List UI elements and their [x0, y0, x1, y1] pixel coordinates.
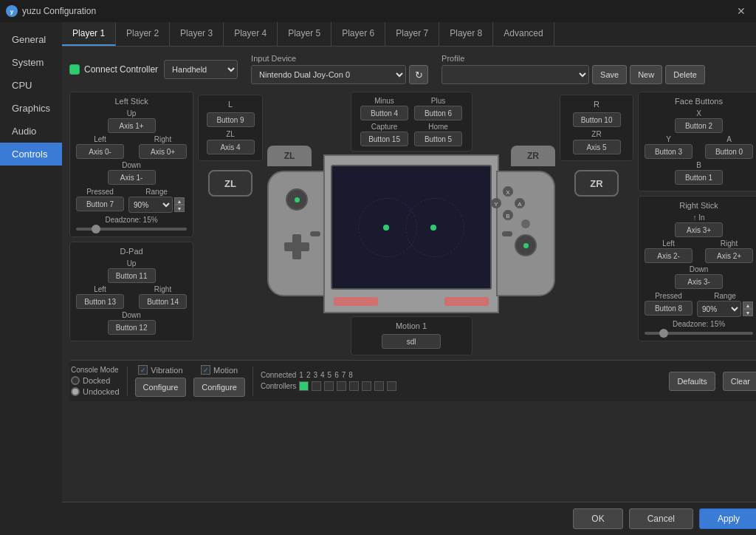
rs-down-btn[interactable]: Axis 3- [675, 274, 723, 289]
right-stick-screen-dot [430, 225, 436, 231]
docked-radio[interactable] [71, 376, 80, 385]
l-btn9[interactable]: Button 9 [207, 112, 255, 127]
l-title: L [205, 100, 256, 109]
sidebar-item-system[interactable]: System [0, 51, 62, 74]
minus-col: Minus Button 4 [360, 97, 408, 120]
rs-range-up[interactable]: ▲ [743, 301, 753, 309]
joycon-right: X Y A B [496, 171, 555, 296]
controller-led-8 [387, 381, 396, 391]
apply-button[interactable]: Apply [699, 508, 756, 529]
ls-range-down[interactable]: ▼ [174, 205, 185, 212]
sidebar-item-controls[interactable]: Controls [0, 143, 62, 166]
tab-player5[interactable]: Player 5 [278, 22, 331, 46]
close-button[interactable]: ✕ [732, 2, 750, 20]
cancel-button[interactable]: Cancel [629, 508, 693, 529]
rs-deadzone-slider[interactable] [645, 332, 753, 335]
l-zl-row: ZL [205, 130, 256, 138]
ls-left-btn[interactable]: Axis 0- [76, 144, 124, 159]
tab-advanced[interactable]: Advanced [493, 22, 554, 46]
rs-left-btn[interactable]: Axis 2- [645, 248, 693, 263]
minus-visual [310, 231, 320, 236]
sidebar-item-general[interactable]: General [0, 28, 62, 51]
face-x-btn[interactable]: Button 2 [675, 118, 723, 133]
dpad-section: D-Pad Up Button 11 Left Button 13 [69, 242, 193, 341]
input-device-select[interactable]: Nintendo Dual Joy-Con 0 [251, 65, 406, 84]
ls-range-up[interactable]: ▲ [174, 197, 185, 205]
configure-motion-btn[interactable]: Configure [193, 378, 245, 397]
ls-deadzone-slider[interactable] [76, 228, 187, 231]
rs-lr-row: Left Axis 2- Right Axis 2+ [645, 239, 753, 263]
zr-badge-container: ZR [560, 164, 633, 202]
rs-up-btn[interactable]: Axis 3+ [675, 222, 723, 237]
rs-pressed-btn[interactable]: Button 8 [645, 301, 693, 316]
motion-btn[interactable]: sdl [382, 334, 441, 349]
rs-range-select[interactable]: 90% [697, 301, 741, 317]
profile-select[interactable] [441, 65, 589, 84]
home-btn[interactable]: Button 5 [414, 132, 462, 146]
zr-badge[interactable]: ZR [574, 170, 619, 197]
dpad-left-btn[interactable]: Button 13 [76, 294, 124, 309]
sidebar-item-cpu[interactable]: CPU [0, 74, 62, 97]
vibration-checkbox[interactable] [138, 365, 148, 375]
rs-right-btn[interactable]: Axis 2+ [705, 248, 753, 263]
dpad-title: D-Pad [76, 247, 187, 256]
new-button[interactable]: New [630, 65, 662, 84]
face-ya-row: Y Button 3 A Button 0 [645, 135, 753, 159]
sidebar-item-audio[interactable]: Audio [0, 120, 62, 143]
app-icon: y [6, 5, 18, 17]
ls-pressed-range-row: Pressed Button 7 Range 90% [76, 188, 187, 213]
zl-badge[interactable]: ZL [208, 170, 252, 197]
ls-pressed-btn[interactable]: Button 7 [76, 197, 124, 211]
ls-right-btn[interactable]: Axis 0+ [139, 144, 187, 159]
dpad-left-label: Left [94, 285, 106, 293]
motion-label: Motion [213, 366, 238, 375]
ls-left-label: Left [94, 135, 106, 143]
tab-player6[interactable]: Player 6 [331, 22, 385, 46]
tab-player1[interactable]: Player 1 [62, 22, 116, 46]
rs-range-down[interactable]: ▼ [743, 309, 753, 316]
ls-right-col: Right Axis 0+ [139, 135, 187, 159]
tab-player8[interactable]: Player 8 [439, 22, 493, 46]
l-axis4-btn[interactable]: Axis 4 [207, 140, 255, 154]
ls-down-btn[interactable]: Axis 1- [108, 170, 156, 185]
dpad-up-btn[interactable]: Button 11 [108, 268, 156, 283]
clear-button[interactable]: Clear [723, 372, 756, 391]
delete-button[interactable]: Delete [665, 65, 705, 84]
defaults-button[interactable]: Defaults [669, 372, 715, 391]
title-bar: y yuzu Configuration ✕ [0, 0, 756, 22]
docked-label: Docked [83, 376, 110, 385]
ls-range-select[interactable]: 90% [128, 197, 173, 213]
configure-vibration-btn[interactable]: Configure [135, 378, 187, 397]
r-btn10[interactable]: Button 10 [573, 112, 621, 127]
dpad-down-btn[interactable]: Button 12 [108, 320, 156, 335]
capture-btn[interactable]: Button 15 [360, 132, 408, 146]
tab-player3[interactable]: Player 3 [170, 22, 224, 46]
dpad-right-btn[interactable]: Button 14 [139, 294, 187, 309]
r-btn10-row: Button 10 [566, 112, 627, 127]
tab-player7[interactable]: Player 7 [385, 22, 439, 46]
sidebar-item-graphics[interactable]: Graphics [0, 97, 62, 120]
ls-range-col: Range 90% ▲ ▼ [128, 188, 185, 213]
undocked-radio[interactable] [71, 387, 80, 396]
face-b-btn[interactable]: Button 1 [675, 170, 723, 185]
console-screen [331, 165, 492, 290]
refresh-button[interactable]: ↻ [409, 65, 428, 84]
rs-up-label: ↑ In [693, 214, 704, 222]
home-label: Home [428, 123, 448, 131]
left-stick-visual [286, 188, 308, 211]
ls-up-btn[interactable]: Axis 1+ [108, 118, 156, 133]
plus-btn[interactable]: Button 6 [414, 106, 462, 120]
motion-checkbox[interactable] [201, 365, 210, 375]
r-axis5-btn[interactable]: Axis 5 [573, 140, 621, 154]
controller-led-3 [324, 381, 334, 391]
docked-radio-row: Docked [71, 376, 120, 385]
ok-button[interactable]: OK [573, 508, 622, 529]
controller-type-select[interactable]: Handheld [164, 60, 238, 79]
tab-player4[interactable]: Player 4 [224, 22, 278, 46]
face-y-btn[interactable]: Button 3 [645, 144, 693, 159]
svg-text:X: X [506, 189, 510, 196]
tab-player2[interactable]: Player 2 [116, 22, 170, 46]
minus-btn[interactable]: Button 4 [360, 106, 408, 120]
face-a-btn[interactable]: Button 0 [705, 144, 753, 159]
save-button[interactable]: Save [592, 65, 627, 84]
